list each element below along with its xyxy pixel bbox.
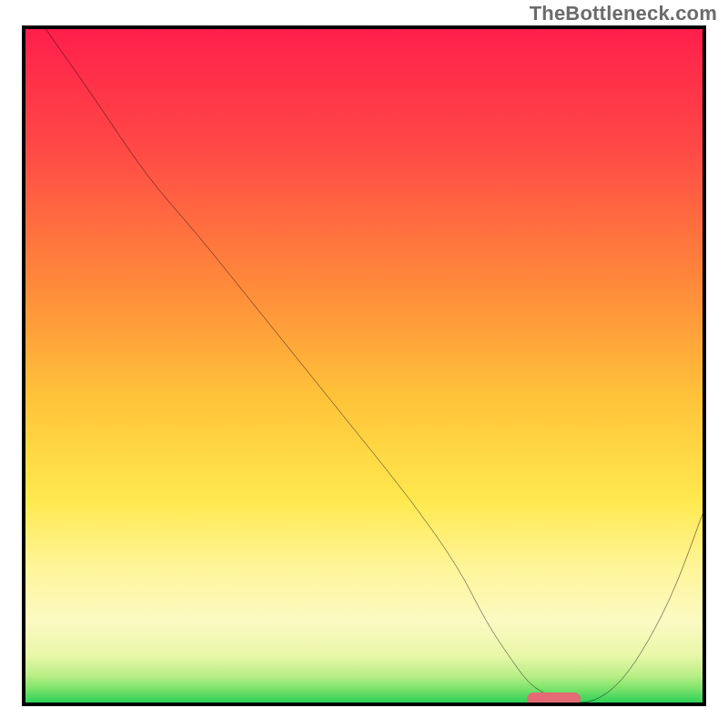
- plot-area: [22, 25, 706, 706]
- bottleneck-chart: TheBottleneck.com: [0, 0, 728, 728]
- bottleneck-curve-path: [46, 29, 703, 703]
- optimal-range-marker: [527, 693, 581, 705]
- curve-layer: [25, 29, 703, 703]
- watermark-text: TheBottleneck.com: [530, 2, 717, 25]
